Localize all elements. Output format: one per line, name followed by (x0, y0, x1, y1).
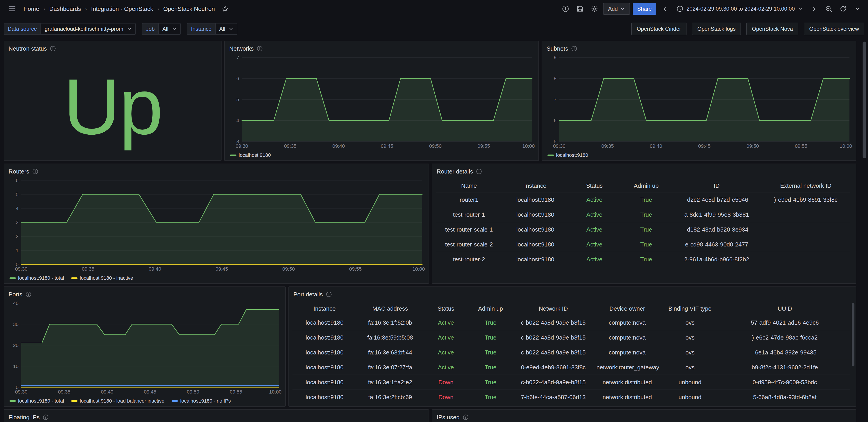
column-header[interactable]: Binding VIF type (661, 305, 719, 312)
datasource-variable-value[interactable]: grafanacloud-keithschmitty-prom (40, 23, 135, 35)
column-header[interactable]: Admin up (468, 305, 513, 312)
chevron-down-icon (620, 6, 625, 11)
share-button[interactable]: Share (633, 3, 656, 15)
panel-header[interactable]: Subnets (542, 41, 856, 53)
table-row: router1localhost:9180ActiveTrue-d2c2-4e5… (436, 192, 850, 207)
link-openstack-cinder[interactable]: OpenStack Cinder (631, 23, 686, 35)
panel-header[interactable]: IPs used (432, 410, 856, 422)
column-header[interactable]: UUID (719, 305, 850, 312)
panel-header[interactable]: Neutron status (4, 41, 221, 53)
table-cell: localhost:9180 (502, 226, 568, 233)
table-cell: router1 (436, 196, 502, 203)
table-cell: 2-961a-4b6d-b966-8f2b2 (672, 256, 761, 263)
dashboard-info-icon[interactable] (560, 3, 571, 15)
svg-text:09:45: 09:45 (144, 389, 156, 395)
table-cell: True (468, 334, 513, 341)
legend-label: localhost:9180 (239, 152, 271, 158)
panel-info-icon[interactable] (326, 291, 332, 297)
time-shift-forward-icon[interactable] (808, 3, 820, 15)
table-cell: ovs (661, 319, 719, 326)
table-row: test-router-scale-2localhost:9180ActiveT… (436, 237, 850, 252)
table-scrollbar[interactable] (852, 303, 855, 366)
legend-item[interactable]: localhost:9180 (548, 152, 588, 158)
panel-info-icon[interactable] (463, 414, 469, 420)
panel-header[interactable]: Router details (432, 164, 856, 176)
datasource-variable[interactable]: Data source grafanacloud-keithschmitty-p… (4, 23, 135, 35)
legend-item[interactable]: localhost:9180 (230, 152, 271, 158)
table-cell: True (468, 394, 513, 401)
routers-chart[interactable]: 012345609:3009:3509:4009:4509:5009:5510:… (8, 177, 425, 272)
time-shift-back-icon[interactable] (659, 3, 671, 15)
panel-header[interactable]: Routers (4, 164, 429, 176)
table-cell: Active (568, 211, 620, 218)
ports-chart[interactable]: 01020304009:3009:3509:4009:4509:5009:551… (8, 300, 282, 395)
panel-header[interactable]: Port details (289, 287, 856, 299)
refresh-icon[interactable] (837, 3, 849, 15)
column-header[interactable]: Instance (502, 182, 568, 189)
table-cell: compute:nova (594, 334, 661, 341)
svg-text:09:50: 09:50 (746, 143, 759, 149)
legend-item[interactable]: localhost:9180 - inactive (71, 275, 133, 281)
legend-item[interactable]: localhost:9180 - total (9, 398, 64, 404)
table-cell: Active (424, 364, 468, 371)
instance-variable[interactable]: Instance All (187, 23, 237, 35)
panel-info-icon[interactable] (476, 168, 482, 174)
time-range-picker[interactable]: 2024-02-29 09:30:00 to 2024-02-29 10:00:… (673, 3, 806, 15)
panel-info-icon[interactable] (50, 45, 56, 52)
link-openstack-logs[interactable]: OpenStack logs (692, 23, 741, 35)
column-header[interactable]: Network ID (513, 305, 594, 312)
legend-item[interactable]: localhost:9180 - load balancer inactive (71, 398, 164, 404)
settings-gear-icon[interactable] (589, 3, 600, 15)
instance-variable-value[interactable]: All (215, 23, 238, 35)
link-openstack-nova[interactable]: OpenStack Nova (746, 23, 798, 35)
panel-info-icon[interactable] (43, 414, 49, 420)
favorite-star-icon[interactable] (222, 5, 228, 12)
svg-text:09:40: 09:40 (149, 266, 161, 272)
breadcrumb-folder[interactable]: Integration - OpenStack (91, 5, 153, 12)
datasource-value-text: grafanacloud-keithschmitty-prom (44, 26, 123, 32)
chevron-down-icon (172, 27, 177, 31)
networks-chart[interactable]: 3456709:3009:3509:4009:4509:5009:5510:00 (228, 55, 535, 150)
job-variable-value[interactable]: All (158, 23, 181, 35)
svg-text:09:35: 09:35 (58, 389, 70, 395)
table-cell: True (468, 364, 513, 371)
column-header[interactable]: Device owner (594, 305, 661, 312)
table-cell: b9-8f2c-4131-9602-2d1fe (719, 364, 850, 371)
panel-title: Subnets (547, 45, 568, 52)
subnets-chart[interactable]: 5678909:3009:3509:4009:4509:5009:5510:00 (546, 55, 852, 150)
column-header[interactable]: External network ID (761, 182, 850, 189)
breadcrumb-home[interactable]: Home (24, 5, 39, 12)
panel-info-icon[interactable] (571, 45, 577, 52)
panel-title: Routers (8, 168, 29, 175)
svg-text:09:55: 09:55 (795, 143, 807, 149)
breadcrumb-dashboards[interactable]: Dashboards (49, 5, 81, 12)
port-details-table: InstanceMAC addressStatusAdmin upNetwork… (292, 302, 850, 402)
table-cell: True (620, 226, 672, 233)
column-header[interactable]: Instance (292, 305, 357, 312)
legend-item[interactable]: localhost:9180 - no IPs (172, 398, 231, 404)
panel-header[interactable]: Floating IPs (4, 410, 429, 422)
top-nav-actions: Add Share 2024-02-29 09:30:00 to 2024-02… (560, 3, 864, 15)
column-header[interactable]: ID (672, 182, 761, 189)
column-header[interactable]: MAC address (357, 305, 424, 312)
link-openstack-overview[interactable]: OpenStack overview (804, 23, 864, 35)
refresh-interval-dropdown-icon[interactable] (852, 3, 864, 15)
column-header[interactable]: Admin up (620, 182, 672, 189)
page-scrollbar[interactable] (863, 41, 866, 158)
column-header[interactable]: Name (436, 182, 502, 189)
column-header[interactable]: Status (424, 305, 468, 312)
panel-info-icon[interactable] (26, 291, 31, 297)
job-variable[interactable]: Job All (142, 23, 181, 35)
menu-icon[interactable] (6, 3, 18, 15)
add-button[interactable]: Add (603, 3, 630, 15)
zoom-out-icon[interactable] (823, 3, 835, 15)
column-header[interactable]: Status (568, 182, 620, 189)
panel-info-icon[interactable] (257, 45, 263, 52)
panel-header[interactable]: Networks (225, 41, 538, 53)
svg-text:20: 20 (13, 343, 19, 348)
table-row: localhost:9180fa:16:3e:1f:a2:e2DownTruec… (292, 375, 850, 389)
panel-header[interactable]: Ports (4, 287, 285, 299)
save-icon[interactable] (574, 3, 586, 15)
panel-info-icon[interactable] (32, 168, 38, 174)
legend-item[interactable]: localhost:9180 - total (9, 275, 64, 281)
